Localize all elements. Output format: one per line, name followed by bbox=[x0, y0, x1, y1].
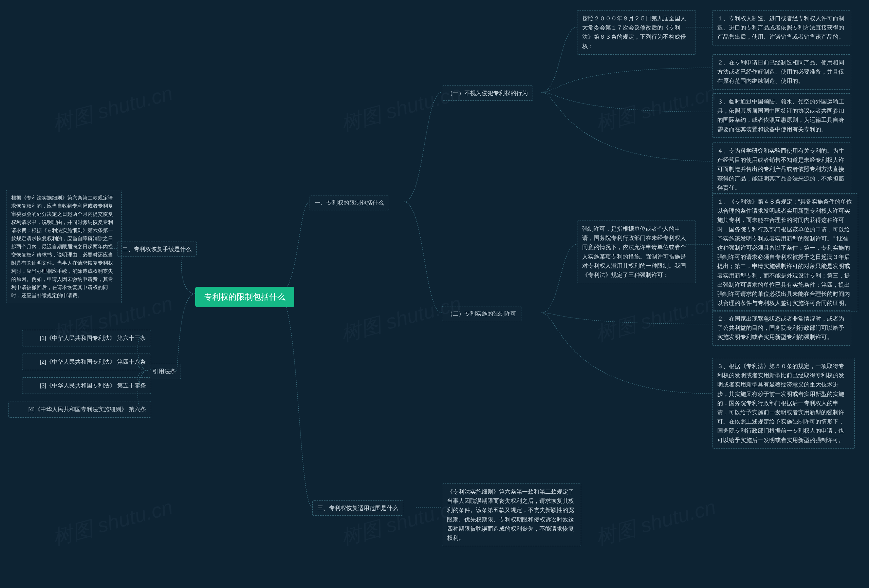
watermark: 树图 shutu.cn bbox=[593, 290, 719, 348]
watermark: 树图 shutu.cn bbox=[50, 79, 176, 138]
leaf-ref-2: [2]《中华人民共和国专利法》 第四十八条 bbox=[22, 354, 151, 370]
leaf-s2-item-2: ２、在国家出现紧急状态或者非常情况时，或者为了公共利益的目的，国务院专利行政部门… bbox=[712, 311, 851, 346]
watermark: 树图 shutu.cn bbox=[593, 79, 719, 138]
branch-restore-procedure[interactable]: 二、专利权恢复手续是什么 bbox=[117, 241, 197, 257]
leaf-s2-item-1: １、《专利法》第４８条规定："具备实施条件的单位以合理的条件请求发明或者实用新型… bbox=[712, 193, 858, 311]
watermark: 树图 shutu.cn bbox=[50, 493, 176, 552]
leaf-s1-item-4: ４、专为科学研究和实验而使用有关专利的。为生产经营目的使用或者销售不知道是未经专… bbox=[712, 142, 851, 196]
branch-limits[interactable]: 一、专利权的限制包括什么 bbox=[310, 195, 389, 210]
root-node[interactable]: 专利权的限制包括什么 bbox=[195, 287, 294, 307]
leaf-ref-4: [4]《中华人民共和国专利法实施细则》 第六条 bbox=[9, 401, 151, 418]
leaf-b2-content: 根据《专利法实施细则》第六条第二款规定请求恢复权利的，应当自收到专利局或者专利复… bbox=[6, 190, 122, 303]
leaf-s1-intro: 按照２０００年８月２５日第九届全国人大常委会第１７次会议修改后的《专利法》第６３… bbox=[577, 10, 696, 55]
leaf-s1-item-3: ３、临时通过中国领陆、领水、领空的外国运输工具，依照其所属国同中国签订的协议或者… bbox=[712, 93, 851, 138]
watermark: 树图 shutu.cn bbox=[593, 493, 719, 552]
subbranch-compulsory-license[interactable]: （二）专利实施的强制许可 bbox=[442, 306, 521, 321]
branch-restore-scope[interactable]: 三、专利权恢复适用范围是什么 bbox=[312, 501, 403, 516]
branch-references[interactable]: 引用法条 bbox=[148, 364, 181, 379]
subbranch-non-infringement[interactable]: （一）不视为侵犯专利权的行为 bbox=[442, 86, 533, 101]
leaf-s2-intro: 强制许可，是指根据单位或者个人的申请，国务院专利行政部门在未经专利权人同意的情况… bbox=[577, 221, 696, 283]
leaf-s1-item-1: １、专利权人制造、进口或者经专利权人许可而制造、进口的专利产品或者依照专利方法直… bbox=[712, 10, 851, 46]
leaf-ref-3: [3]《中华人民共和国专利法》 第五十零条 bbox=[22, 377, 151, 394]
leaf-s2-item-3: ３、根据《专利法》第５０条的规定，一项取得专利权的发明或者实用新型比前已经取得专… bbox=[712, 358, 855, 449]
leaf-ref-1: [1]《中华人民共和国专利法》 第六十三条 bbox=[22, 330, 151, 347]
leaf-s1-item-2: ２、在专利申请日前已经制造相同产品、使用相同方法或者已经作好制造、使用的必要准备… bbox=[712, 54, 851, 90]
leaf-b3-content: 《专利法实施细则》第六条第一款和第二款规定了当事人因耽误期限而丧失权利之后，请求… bbox=[442, 483, 581, 546]
